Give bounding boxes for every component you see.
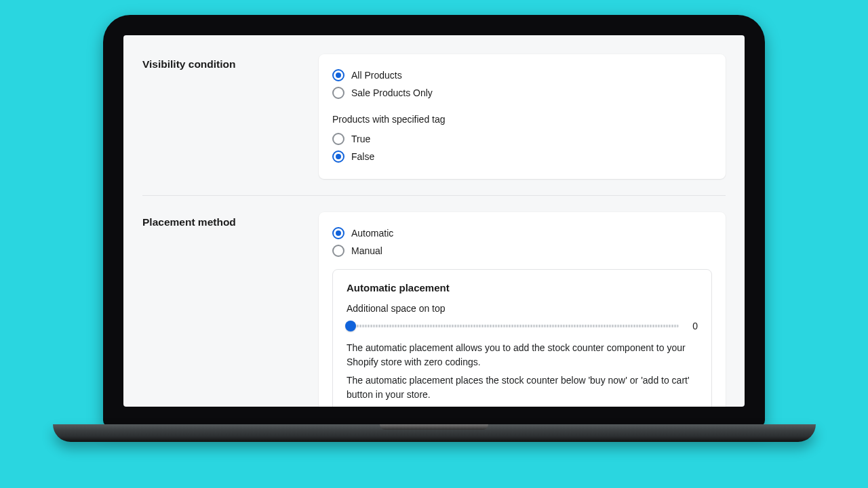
screen: Visibility condition All Products Sale P… bbox=[123, 35, 745, 407]
radio-icon bbox=[332, 69, 344, 81]
spacing-slider-row: 0 bbox=[347, 321, 698, 331]
section-placement: Placement method Automatic Manual Autom bbox=[142, 195, 726, 407]
section-title-visibility: Visibility condition bbox=[142, 54, 305, 179]
radio-icon bbox=[332, 245, 344, 257]
auto-desc-1: The automatic placement allows you to ad… bbox=[347, 341, 698, 369]
radio-icon bbox=[332, 227, 344, 239]
radio-label: Manual bbox=[351, 245, 382, 256]
visibility-card: All Products Sale Products Only Products… bbox=[319, 54, 726, 179]
radio-label: True bbox=[351, 134, 370, 144]
tag-group-label: Products with specified tag bbox=[332, 114, 712, 125]
radio-all-products[interactable]: All Products bbox=[332, 66, 712, 84]
radio-placement-manual[interactable]: Manual bbox=[332, 242, 712, 260]
radio-icon bbox=[332, 150, 344, 163]
spacing-slider[interactable] bbox=[347, 321, 679, 331]
placement-heading: Placement method bbox=[142, 216, 305, 228]
radio-sale-products[interactable]: Sale Products Only bbox=[332, 84, 712, 102]
settings-page: Visibility condition All Products Sale P… bbox=[123, 35, 745, 407]
radio-label: Automatic bbox=[351, 228, 393, 239]
radio-icon bbox=[332, 133, 344, 145]
laptop-lid: Visibility condition All Products Sale P… bbox=[103, 15, 765, 427]
radio-tag-true[interactable]: True bbox=[332, 130, 712, 148]
slider-track bbox=[347, 325, 679, 327]
section-title-placement: Placement method bbox=[142, 212, 305, 407]
placement-card: Automatic Manual Automatic placement Add… bbox=[319, 212, 726, 407]
spacing-value: 0 bbox=[688, 321, 698, 331]
slider-thumb[interactable] bbox=[345, 321, 356, 331]
auto-desc-2: The automatic placement places the stock… bbox=[347, 373, 698, 402]
radio-label: All Products bbox=[351, 70, 402, 81]
spacing-label: Additional space on top bbox=[347, 303, 698, 314]
automatic-placement-card: Automatic placement Additional space on … bbox=[332, 269, 712, 407]
laptop-base bbox=[53, 424, 816, 442]
radio-label: False bbox=[351, 151, 374, 162]
section-visibility: Visibility condition All Products Sale P… bbox=[142, 49, 726, 195]
radio-placement-automatic[interactable]: Automatic bbox=[332, 224, 712, 242]
radio-label: Sale Products Only bbox=[351, 87, 433, 98]
laptop-frame: Visibility condition All Products Sale P… bbox=[103, 15, 765, 442]
radio-tag-false[interactable]: False bbox=[332, 148, 712, 165]
auto-placement-title: Automatic placement bbox=[347, 282, 698, 293]
visibility-heading: Visibility condition bbox=[142, 58, 305, 70]
radio-icon bbox=[332, 87, 344, 99]
